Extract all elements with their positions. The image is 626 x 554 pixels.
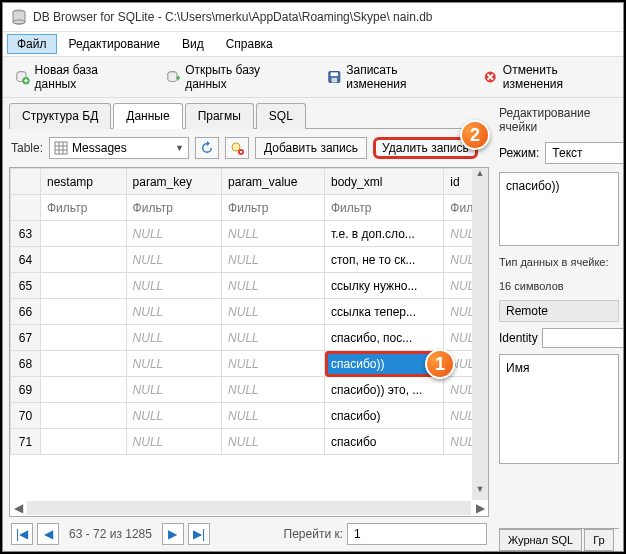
- horizontal-scrollbar[interactable]: ◀ ▶: [10, 500, 488, 516]
- revert-icon: [483, 69, 498, 85]
- next-page-button[interactable]: ▶: [162, 523, 184, 545]
- row-number[interactable]: 66: [11, 299, 41, 325]
- remote-section[interactable]: Remote: [499, 300, 619, 322]
- cell[interactable]: NULL: [126, 377, 222, 403]
- scroll-down-icon[interactable]: ▼: [472, 484, 488, 500]
- refresh-button[interactable]: [195, 137, 219, 159]
- cell[interactable]: [41, 377, 127, 403]
- col-body-xml[interactable]: body_xml: [325, 169, 444, 195]
- cell[interactable]: ссылка тепер...: [325, 299, 444, 325]
- cell[interactable]: [41, 351, 127, 377]
- row-number[interactable]: 65: [11, 273, 41, 299]
- col-param-value[interactable]: param_value: [222, 169, 325, 195]
- cell[interactable]: [41, 247, 127, 273]
- tab-data[interactable]: Данные: [113, 103, 182, 129]
- row-number[interactable]: 69: [11, 377, 41, 403]
- filter-param-key[interactable]: [127, 197, 222, 219]
- cell[interactable]: [41, 221, 127, 247]
- cell[interactable]: [41, 403, 127, 429]
- first-page-button[interactable]: |◀: [11, 523, 33, 545]
- cell[interactable]: [41, 429, 127, 455]
- cell[interactable]: NULL: [126, 325, 222, 351]
- col-nestamp[interactable]: nestamp: [41, 169, 127, 195]
- cell[interactable]: NULL: [222, 351, 325, 377]
- cell[interactable]: ссылку нужно...: [325, 273, 444, 299]
- add-record-button[interactable]: Добавить запись: [255, 137, 367, 159]
- tab-gr[interactable]: Гр: [584, 529, 613, 551]
- cell[interactable]: спасибо, пос...: [325, 325, 444, 351]
- table-row[interactable]: 67NULLNULLспасибо, пос...NULL: [11, 325, 488, 351]
- row-number[interactable]: 70: [11, 403, 41, 429]
- row-number[interactable]: 71: [11, 429, 41, 455]
- cell[interactable]: NULL: [126, 429, 222, 455]
- row-number[interactable]: 67: [11, 325, 41, 351]
- clear-filters-button[interactable]: [225, 137, 249, 159]
- data-grid[interactable]: nestamp param_key param_value body_xml i…: [10, 168, 488, 500]
- row-number[interactable]: 63: [11, 221, 41, 247]
- filter-body-xml[interactable]: [325, 197, 443, 219]
- table-row[interactable]: 65NULLNULLссылку нужно...NULL: [11, 273, 488, 299]
- cell[interactable]: NULL: [222, 273, 325, 299]
- jump-input[interactable]: [347, 523, 487, 545]
- chevron-down-icon: ▼: [175, 143, 184, 153]
- tab-structure[interactable]: Структура БД: [9, 103, 111, 129]
- cell[interactable]: спасибо)) это, ...: [325, 377, 444, 403]
- bottom-tabs: Журнал SQL Гр: [499, 528, 619, 551]
- menu-view[interactable]: Вид: [172, 34, 214, 54]
- cell[interactable]: NULL: [222, 377, 325, 403]
- cell[interactable]: [41, 299, 127, 325]
- menu-file[interactable]: Файл: [7, 34, 57, 54]
- scroll-right-icon[interactable]: ▶: [472, 501, 488, 515]
- col-param-key[interactable]: param_key: [126, 169, 222, 195]
- save-changes-button[interactable]: Записать изменения: [323, 61, 456, 93]
- cell[interactable]: спасибо): [325, 403, 444, 429]
- name-box[interactable]: Имя: [499, 354, 619, 464]
- new-database-button[interactable]: Новая база данных: [11, 61, 138, 93]
- cell[interactable]: [41, 273, 127, 299]
- row-number[interactable]: 64: [11, 247, 41, 273]
- cell[interactable]: NULL: [126, 403, 222, 429]
- cell[interactable]: NULL: [126, 351, 222, 377]
- cell[interactable]: спасибо: [325, 429, 444, 455]
- tab-journal[interactable]: Журнал SQL: [499, 529, 582, 551]
- cell[interactable]: NULL: [126, 221, 222, 247]
- cell-editor[interactable]: спасибо)): [499, 172, 619, 246]
- filter-param-value[interactable]: [222, 197, 324, 219]
- cell[interactable]: NULL: [222, 325, 325, 351]
- tab-sql[interactable]: SQL: [256, 103, 306, 129]
- cell[interactable]: NULL: [126, 273, 222, 299]
- new-database-icon: [15, 69, 30, 85]
- table-select[interactable]: Messages ▼: [49, 137, 189, 159]
- tab-pragmas[interactable]: Прагмы: [185, 103, 254, 129]
- identity-input[interactable]: [542, 328, 623, 348]
- open-database-button[interactable]: Открыть базу данных: [162, 61, 299, 93]
- table-row[interactable]: 68NULLNULLспасибо))NULL: [11, 351, 488, 377]
- table-row[interactable]: 63NULLNULLт.е. в доп.сло...NULL: [11, 221, 488, 247]
- cell[interactable]: NULL: [222, 221, 325, 247]
- cell[interactable]: NULL: [222, 299, 325, 325]
- table-row[interactable]: 66NULLNULLссылка тепер...NULL: [11, 299, 488, 325]
- scroll-left-icon[interactable]: ◀: [10, 501, 26, 515]
- cell[interactable]: [41, 325, 127, 351]
- cell[interactable]: NULL: [222, 247, 325, 273]
- cell[interactable]: NULL: [222, 403, 325, 429]
- menu-help[interactable]: Справка: [216, 34, 283, 54]
- table-row[interactable]: 69NULLNULLспасибо)) это, ...NULL: [11, 377, 488, 403]
- filter-nestamp[interactable]: [41, 197, 126, 219]
- prev-page-button[interactable]: ◀: [37, 523, 59, 545]
- cell[interactable]: т.е. в доп.сло...: [325, 221, 444, 247]
- table-row[interactable]: 71NULLNULLспасибоNULL: [11, 429, 488, 455]
- last-page-button[interactable]: ▶|: [188, 523, 210, 545]
- vertical-scrollbar[interactable]: ▲ ▼: [472, 168, 488, 500]
- cell[interactable]: стоп, не то ск...: [325, 247, 444, 273]
- cell[interactable]: NULL: [126, 247, 222, 273]
- cell[interactable]: NULL: [222, 429, 325, 455]
- row-number[interactable]: 68: [11, 351, 41, 377]
- revert-changes-button[interactable]: Отменить изменения: [479, 61, 615, 93]
- mode-select[interactable]: [545, 142, 623, 164]
- scroll-up-icon[interactable]: ▲: [472, 168, 488, 184]
- cell[interactable]: NULL: [126, 299, 222, 325]
- menu-edit[interactable]: Редактирование: [59, 34, 170, 54]
- table-row[interactable]: 64NULLNULLстоп, не то ск...NULL: [11, 247, 488, 273]
- table-row[interactable]: 70NULLNULLспасибо)NULL: [11, 403, 488, 429]
